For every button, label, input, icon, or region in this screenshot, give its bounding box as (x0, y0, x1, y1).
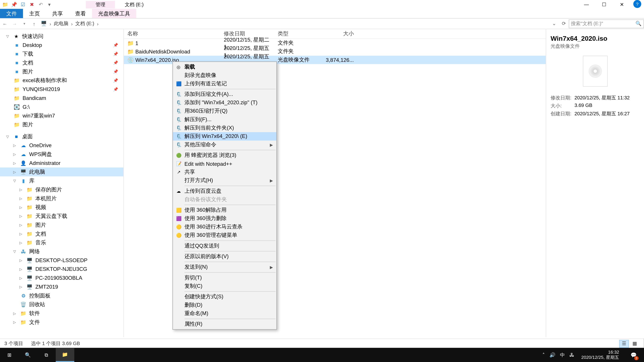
tree-downloads[interactable]: 下载 (22, 50, 33, 58)
tree-network[interactable]: 网络 (29, 248, 40, 255)
tree-recycle[interactable]: 回收站 (29, 301, 45, 308)
help-button[interactable]: ? (633, 0, 641, 8)
context-menu-item[interactable]: 重命名(M) (173, 309, 276, 318)
tree-ctrl[interactable]: 控制面板 (29, 292, 50, 300)
col-type[interactable]: 类型 (278, 30, 322, 37)
view-icons-button[interactable]: ▦ (630, 340, 640, 348)
context-menu-item[interactable]: 🟢用 蜂蜜浏览器 浏览(3) (173, 151, 276, 160)
system-tray[interactable]: ˄ 🔊 中 🖧 16:32 2020/12/25, 星期五 💬3 (542, 348, 644, 362)
tree-quickaccess[interactable]: 快速访问 (22, 32, 44, 40)
context-menu-item[interactable]: 通过QQ发送到 (173, 242, 276, 250)
taskbar-clock[interactable]: 16:32 2020/12/25, 星期五 (578, 350, 622, 360)
view-details-button[interactable]: ☰ (619, 340, 629, 348)
context-menu-item[interactable]: 复制(C) (173, 282, 276, 290)
context-menu-item[interactable]: 🟡使用 360进行木马云查杀 (173, 223, 276, 231)
search-button[interactable]: 🔍 (18, 348, 37, 362)
breadcrumb-thispc[interactable]: 此电脑 (52, 20, 70, 27)
col-size[interactable]: 大小 (322, 30, 356, 37)
ribbon-tab-file[interactable]: 文件 (0, 9, 23, 18)
tray-network-icon[interactable]: 🖧 (569, 352, 574, 358)
taskbar[interactable]: ⊞ 🔍 ⧉ 📁 ˄ 🔊 中 🖧 16:32 2020/12/25, 星期五 💬3 (0, 348, 644, 362)
context-menu-item[interactable]: 🟪使用 360强力删除 (173, 214, 276, 223)
col-name[interactable]: 名称 (127, 30, 224, 37)
tree-files[interactable]: 文件 (29, 319, 40, 326)
context-menu-item[interactable]: 📝Edit with Notepad++ (173, 160, 276, 168)
maximize-button[interactable]: ☐ (595, 0, 613, 9)
start-button[interactable]: ⊞ (0, 348, 18, 362)
qat-undo-icon[interactable]: ↶ (37, 1, 44, 8)
context-menu-item[interactable]: 🟨使用 360解除占用 (173, 206, 276, 214)
ribbon-tab-disc-tools[interactable]: 光盘映像工具 (92, 9, 136, 18)
tree-doc3[interactable]: 文档 (36, 230, 46, 238)
context-menu-item[interactable]: 🟡使用 360管理右键菜单 (173, 231, 276, 240)
tree-onedrive[interactable]: OneDrive (29, 142, 52, 148)
tree-pc4[interactable]: ZMT2019 (36, 284, 58, 290)
nav-forward-button[interactable]: → (10, 21, 20, 26)
context-menu-item[interactable]: 🗜️添加到 "Win7x64_2020.zip" (T) (173, 98, 276, 107)
tree-bandicam[interactable]: Bandicam (22, 95, 46, 101)
tree-pictures[interactable]: 图片 (22, 68, 33, 75)
nav-recent-dropdown[interactable]: ▾ (20, 22, 29, 26)
context-menu-item[interactable]: 刻录光盘映像 (173, 71, 276, 80)
tree-thispc-selected[interactable]: ▷🖥️此电脑 (0, 167, 124, 176)
context-menu-item[interactable]: ☁上传到百度云盘 (173, 187, 276, 195)
explorer-taskbar-icon[interactable]: 📁 (56, 348, 74, 362)
task-view-button[interactable]: ⧉ (37, 348, 56, 362)
refresh-button[interactable]: ⟳ (559, 21, 569, 26)
qat-pin-icon[interactable]: 📌 (10, 1, 18, 8)
context-menu-item[interactable]: 🗜️解压到(F)... (173, 115, 276, 124)
ribbon-tab-share[interactable]: 共享 (46, 9, 69, 18)
nav-up-button[interactable]: ↑ (29, 21, 39, 26)
context-menu-item[interactable]: 还原以前的版本(V) (173, 252, 276, 261)
tree-desktop-cn[interactable]: 桌面 (22, 133, 33, 140)
search-icon[interactable]: 🔍 (636, 21, 642, 26)
nav-back-button[interactable]: ← (0, 21, 10, 26)
tree-admin[interactable]: Administrator (29, 160, 60, 166)
context-menu[interactable]: ◎装载刻录光盘映像🟦上传到有道云笔记🗜️添加到压缩文件(A)...🗜️添加到 "… (172, 61, 277, 330)
qat-properties-icon[interactable]: ☑ (20, 1, 26, 8)
qat-delete-icon[interactable]: ✖ (28, 1, 36, 8)
close-button[interactable]: ✕ (613, 0, 630, 9)
tree-wps[interactable]: WPS网盘 (29, 150, 52, 158)
tree-pic3[interactable]: 图片 (36, 221, 46, 229)
context-menu-item[interactable]: 创建快捷方式(S) (173, 293, 276, 301)
context-menu-item[interactable]: ◎装载 (173, 63, 276, 71)
qat-dropdown-icon[interactable]: ▾ (46, 1, 53, 8)
context-menu-item[interactable]: 🗜️解压到当前文件夹(X) (173, 124, 276, 132)
tree-savedpic[interactable]: 保存的图片 (36, 186, 62, 193)
ribbon-tab-home[interactable]: 主页 (23, 9, 46, 18)
context-menu-item[interactable]: 🗜️解压到 Win7x64_2020\ (E) (173, 132, 276, 140)
contextual-tab-manage[interactable]: 管理 (86, 1, 115, 8)
breadcrumb-drive[interactable]: 文档 (E:) (74, 20, 96, 27)
file-row[interactable]: 📁 BaiduNetdiskDownload 2020/12/25, 星期五 1… (124, 47, 546, 56)
context-menu-item[interactable]: 属性(R) (173, 320, 276, 328)
tray-ime-icon[interactable]: 中 (560, 352, 565, 358)
tree-video[interactable]: 视频 (36, 203, 46, 211)
ribbon-tab-view[interactable]: 查看 (69, 9, 92, 18)
context-menu-item[interactable]: 删除(D) (173, 301, 276, 309)
navigation-tree[interactable]: ▽★快速访问 ■Desktop📌 ■下载📌 ■文档📌 ■图片📌 excel表格制… (0, 29, 124, 337)
tree-yunqishi[interactable]: YUNQISHI2019 (22, 86, 60, 92)
context-menu-item[interactable]: 🗜️用360压缩打开(Q) (173, 107, 276, 115)
tray-volume-icon[interactable]: 🔊 (550, 352, 556, 358)
tree-pc2[interactable]: DESKTOP-NJEU3CG (36, 266, 87, 272)
tree-pictures2[interactable]: 图片 (22, 121, 33, 128)
context-menu-item[interactable]: 发送到(N)▶ (173, 263, 276, 271)
tree-pc1[interactable]: DESKTOP-LSSOEDP (36, 257, 88, 264)
context-menu-item[interactable]: ↗共享 (173, 168, 276, 176)
tree-soft[interactable]: 软件 (29, 310, 40, 317)
search-input[interactable]: 搜索"文档 (E:)" 🔍 (569, 19, 644, 28)
tree-music[interactable]: 音乐 (36, 239, 46, 246)
tree-localpic[interactable]: 本机照片 (36, 195, 57, 202)
context-menu-item[interactable]: 🗜️其他压缩命令▶ (173, 141, 276, 149)
minimize-button[interactable]: — (578, 0, 595, 9)
tree-g[interactable]: G:\ (22, 104, 30, 110)
tree-desktop[interactable]: Desktop (22, 42, 42, 48)
tree-win7re[interactable]: win7重装win7 (22, 112, 55, 119)
context-menu-item[interactable]: 🟦上传到有道云笔记 (173, 80, 276, 88)
address-dropdown-icon[interactable]: ⌄ (549, 21, 559, 26)
column-headers[interactable]: 名称 修改日期 类型 大小 (124, 29, 546, 39)
action-center-button[interactable]: 💬3 (626, 348, 641, 362)
context-menu-item[interactable]: 剪切(T) (173, 274, 276, 282)
tree-pc3[interactable]: PC-20190530OBLA (36, 275, 82, 281)
